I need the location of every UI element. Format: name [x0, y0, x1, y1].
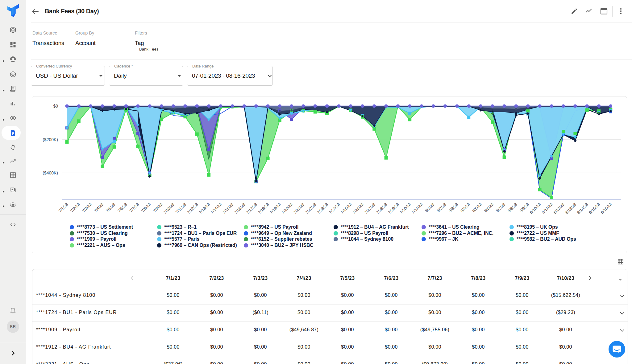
- svg-text:7/14/23: 7/14/23: [210, 202, 222, 215]
- svg-text:7/31/23: 7/31/23: [411, 202, 423, 215]
- svg-text:7/6/23: 7/6/23: [117, 202, 128, 213]
- svg-text:7/1/23: 7/1/23: [58, 202, 69, 213]
- svg-text:7/20/23: 7/20/23: [281, 202, 293, 215]
- svg-text:8/16/23: 8/16/23: [600, 202, 613, 215]
- svg-text:7/26/23: 7/26/23: [351, 202, 364, 215]
- svg-text:7/13/23: 7/13/23: [198, 202, 210, 215]
- svg-text:7/15/23: 7/15/23: [222, 202, 234, 215]
- svg-text:8/12/23: 8/12/23: [552, 202, 565, 215]
- svg-text:7/24/23: 7/24/23: [328, 202, 341, 215]
- svg-text:8/11/23: 8/11/23: [541, 202, 554, 215]
- svg-text:($400K): ($400K): [43, 170, 58, 175]
- svg-text:7/19/23: 7/19/23: [269, 202, 281, 215]
- svg-text:7/4/23: 7/4/23: [93, 202, 104, 213]
- svg-text:8/6/23: 8/6/23: [483, 202, 494, 213]
- svg-text:8/14/23: 8/14/23: [576, 202, 589, 215]
- svg-text:7/16/23: 7/16/23: [233, 202, 246, 215]
- svg-text:7/18/23: 7/18/23: [257, 202, 270, 215]
- svg-text:7/3/23: 7/3/23: [81, 202, 93, 213]
- svg-text:7/11/23: 7/11/23: [175, 202, 187, 215]
- svg-text:7/29/23: 7/29/23: [387, 202, 400, 215]
- svg-text:7/22/23: 7/22/23: [304, 202, 317, 215]
- svg-text:8/2/23: 8/2/23: [436, 202, 447, 213]
- svg-text:8/8/23: 8/8/23: [507, 202, 518, 213]
- svg-text:8/5/23: 8/5/23: [471, 202, 482, 213]
- svg-text:8/13/23: 8/13/23: [564, 202, 577, 215]
- svg-text:7/23/23: 7/23/23: [316, 202, 329, 215]
- svg-text:7/27/23: 7/27/23: [364, 202, 376, 215]
- svg-text:7/2/23: 7/2/23: [69, 202, 81, 213]
- svg-text:7/8/23: 7/8/23: [140, 202, 152, 213]
- svg-text:($200K): ($200K): [43, 137, 58, 142]
- svg-text:7/10/23: 7/10/23: [163, 202, 175, 215]
- svg-text:8/1/23: 8/1/23: [424, 202, 435, 213]
- svg-text:8/10/23: 8/10/23: [529, 202, 542, 215]
- svg-text:8/3/23: 8/3/23: [448, 202, 459, 213]
- svg-text:7/21/23: 7/21/23: [293, 202, 305, 215]
- svg-text:7/5/23: 7/5/23: [105, 202, 116, 213]
- svg-text:7/7/23: 7/7/23: [129, 202, 140, 213]
- svg-text:7/9/23: 7/9/23: [152, 202, 163, 213]
- svg-text:7/17/23: 7/17/23: [245, 202, 258, 215]
- svg-text:7/28/23: 7/28/23: [375, 202, 388, 215]
- svg-text:7/30/23: 7/30/23: [399, 202, 412, 215]
- svg-text:$0: $0: [53, 104, 58, 108]
- svg-text:7/25/23: 7/25/23: [340, 202, 352, 215]
- svg-text:7/12/23: 7/12/23: [186, 202, 199, 215]
- svg-text:8/9/23: 8/9/23: [519, 202, 530, 213]
- svg-text:8/15/23: 8/15/23: [588, 202, 601, 215]
- svg-text:8/4/23: 8/4/23: [459, 202, 471, 213]
- svg-text:8/7/23: 8/7/23: [495, 202, 506, 213]
